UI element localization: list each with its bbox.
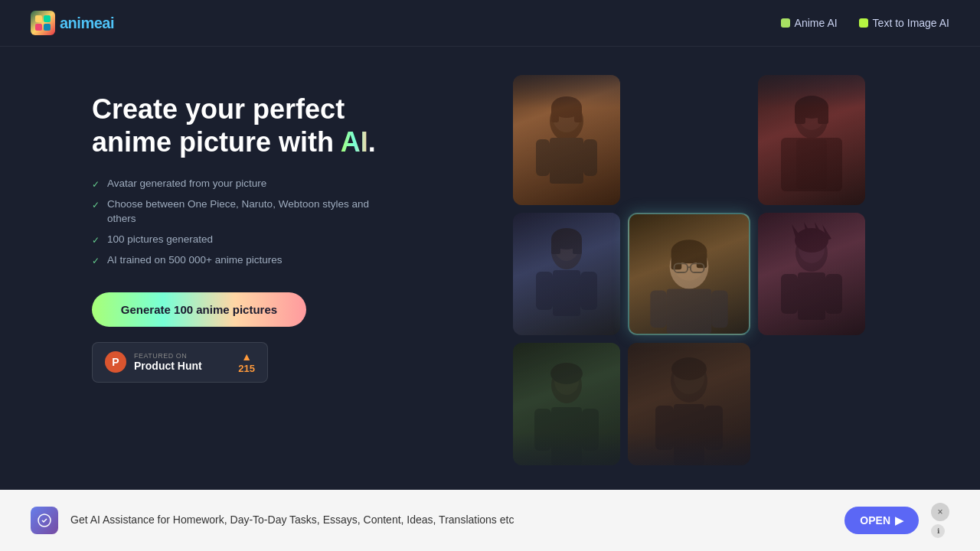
svg-rect-7 [551, 107, 559, 122]
text-to-image-dot [859, 18, 868, 28]
svg-rect-42 [671, 252, 682, 269]
ad-close-button[interactable]: × [931, 503, 949, 521]
ad-adchoice-icon[interactable]: ℹ [931, 524, 945, 538]
anime-image-featured [628, 213, 750, 335]
nav-anime-ai[interactable]: Anime AI [781, 17, 838, 29]
svg-rect-45 [691, 263, 704, 272]
svg-rect-48 [650, 290, 666, 328]
ad-text: Get AI Assistance for Homework, Day-To-D… [70, 513, 832, 528]
svg-rect-75 [628, 343, 750, 465]
features-list: ✓ Avatar generated from your picture ✓ C… [92, 177, 383, 267]
svg-point-22 [795, 100, 828, 139]
ph-votes: ▲ 215 [238, 350, 255, 374]
svg-rect-66 [534, 409, 551, 451]
product-hunt-info: FEATURED ON Product Hunt [134, 352, 202, 372]
svg-point-24 [795, 96, 828, 119]
nav-text-to-image[interactable]: Text to Image AI [859, 17, 949, 29]
anime-image-8 [628, 343, 750, 465]
figure-8 [628, 343, 750, 465]
hero-content: Create your perfect anime picture with A… [0, 47, 413, 494]
svg-rect-50 [629, 214, 749, 334]
svg-marker-56 [815, 222, 824, 239]
svg-rect-0 [35, 15, 42, 22]
product-hunt-badge[interactable]: P FEATURED ON Product Hunt ▲ 215 [92, 342, 268, 383]
svg-point-4 [550, 101, 583, 141]
svg-point-69 [671, 360, 707, 403]
logo[interactable]: animeai [31, 11, 114, 35]
ph-featured-label: FEATURED ON [134, 352, 202, 360]
svg-point-64 [550, 363, 583, 384]
header: animeai Anime AI Text to Image AI [0, 0, 980, 47]
logo-icon [31, 11, 55, 35]
svg-point-23 [799, 101, 825, 130]
svg-rect-68 [513, 343, 620, 465]
svg-rect-9 [550, 138, 583, 184]
check-icon-2: ✓ [92, 199, 100, 212]
svg-rect-59 [781, 274, 798, 314]
feature-item-1: ✓ Avatar generated from your picture [92, 177, 383, 191]
figure-1 [513, 75, 620, 205]
svg-rect-47 [667, 289, 712, 334]
svg-rect-34 [573, 239, 582, 254]
svg-point-62 [551, 367, 582, 403]
svg-rect-37 [580, 272, 597, 310]
ad-banner: Get AI Assistance for Homework, Day-To-D… [0, 490, 980, 551]
figure-3 [758, 75, 865, 205]
nav-anime-ai-label: Anime AI [795, 17, 838, 29]
svg-rect-49 [711, 290, 727, 328]
ph-name: Product Hunt [134, 360, 202, 372]
check-icon-1: ✓ [92, 178, 100, 191]
anime-image-grid [413, 47, 980, 494]
svg-rect-8 [574, 107, 582, 122]
svg-rect-1 [44, 15, 51, 22]
grid-fade-top [413, 47, 980, 108]
figure-4 [513, 213, 620, 335]
svg-rect-2 [35, 24, 42, 31]
svg-rect-25 [795, 107, 805, 124]
svg-rect-27 [796, 139, 827, 189]
svg-rect-28 [781, 138, 842, 191]
nav-text-to-image-label: Text to Image AI [873, 17, 949, 29]
svg-rect-38 [513, 213, 620, 335]
product-hunt-logo: P [105, 351, 126, 373]
ad-side-icons: × ℹ [931, 503, 949, 538]
svg-rect-67 [582, 409, 599, 451]
feature-item-3: ✓ 100 pictures generated [92, 233, 383, 247]
svg-rect-73 [655, 406, 674, 450]
anime-image-6 [758, 213, 865, 335]
logo-text: animeai [60, 15, 114, 32]
svg-point-32 [551, 228, 582, 249]
svg-rect-65 [551, 407, 582, 465]
svg-rect-43 [697, 252, 707, 268]
figure-6 [758, 213, 865, 335]
svg-point-52 [799, 234, 825, 263]
svg-point-39 [670, 244, 709, 289]
svg-point-70 [674, 360, 704, 394]
svg-point-41 [671, 240, 707, 263]
svg-rect-26 [818, 107, 828, 124]
ph-arrow-icon: ▲ [241, 350, 252, 363]
nav: Anime AI Text to Image AI [781, 17, 949, 29]
svg-point-71 [671, 357, 707, 380]
svg-point-40 [673, 245, 706, 281]
svg-point-51 [795, 233, 828, 272]
figure-featured [629, 214, 749, 334]
anime-image-3 [758, 75, 865, 205]
svg-rect-33 [551, 239, 560, 254]
check-icon-3: ✓ [92, 234, 100, 247]
anime-image-4 [513, 213, 620, 335]
generate-button[interactable]: Generate 100 anime pictures [92, 292, 306, 327]
ad-open-button[interactable]: OPEN ▶ [844, 507, 919, 534]
svg-rect-72 [674, 404, 704, 465]
feature-item-2: ✓ Choose between One Piece, Naruto, Webt… [92, 197, 383, 227]
svg-marker-55 [804, 222, 813, 239]
anime-image-1 [513, 75, 620, 205]
svg-rect-11 [583, 139, 597, 176]
svg-point-5 [553, 102, 580, 132]
anime-ai-dot [781, 18, 790, 28]
ph-vote-count: 215 [238, 363, 255, 374]
figure-7 [513, 343, 620, 465]
svg-rect-61 [758, 213, 865, 335]
svg-point-6 [551, 96, 582, 118]
svg-rect-44 [675, 263, 688, 272]
